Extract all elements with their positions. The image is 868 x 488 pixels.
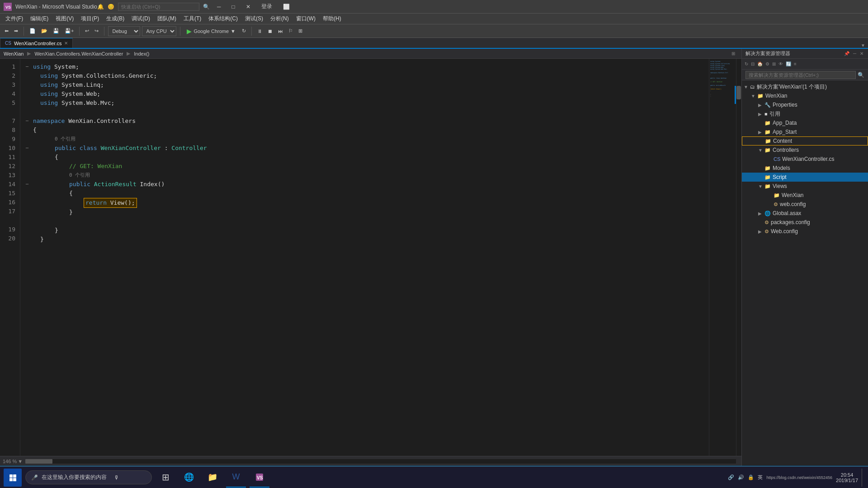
menu-view[interactable]: 视图(V) bbox=[52, 14, 77, 23]
tree-item-wenxian-view[interactable]: 📁 WenXian bbox=[742, 191, 868, 200]
toolbar-undo-btn[interactable]: ↩ bbox=[83, 27, 91, 35]
web-config-arrow[interactable]: ▶ bbox=[758, 229, 764, 234]
login-button[interactable]: 登录 bbox=[258, 3, 276, 10]
app-start-arrow[interactable]: ▶ bbox=[758, 130, 764, 135]
search-icon[interactable]: 🔍 bbox=[203, 4, 210, 10]
toolbar-extra-3[interactable]: ⏭ bbox=[276, 28, 285, 35]
taskbar-icon-explorer[interactable]: 📁 bbox=[203, 468, 222, 488]
minimize-button[interactable]: ─ bbox=[213, 4, 225, 10]
tab-wenxiancontroller[interactable]: CS WenXianController.cs ✕ bbox=[0, 38, 73, 48]
platform-dropdown[interactable]: Any CPU bbox=[142, 26, 176, 36]
menu-edit[interactable]: 编辑(E) bbox=[27, 14, 52, 23]
editor-expand-icon[interactable]: ⊞ bbox=[729, 51, 738, 56]
references-arrow[interactable]: ▶ bbox=[758, 112, 764, 117]
scroll-thumb-h[interactable] bbox=[25, 459, 52, 464]
run-button[interactable]: ▶ Google Chrome ▼ bbox=[184, 27, 238, 36]
taskbar-task-view[interactable]: ⊞ bbox=[156, 468, 175, 488]
toolbar-extra-1[interactable]: ⏸ bbox=[255, 28, 264, 35]
tree-item-content[interactable]: 📁 Content bbox=[742, 136, 868, 145]
editor-scrollbar[interactable] bbox=[736, 59, 741, 456]
se-minimize-btn[interactable]: ─ bbox=[852, 51, 857, 56]
se-search-input[interactable] bbox=[745, 71, 856, 79]
breadcrumb-class[interactable]: WenXian.Controllers.WenXianController bbox=[34, 51, 123, 56]
tree-item-web-config[interactable]: ▶ ⚙ Web.config bbox=[742, 227, 868, 236]
taskbar-icon-vs[interactable]: VS bbox=[250, 468, 269, 488]
scroll-track[interactable] bbox=[25, 459, 736, 464]
se-tree[interactable]: ▼ 🗂 解决方案'WenXian'(1 个项目) ▼ 📁 WenXian ▶ 🔧… bbox=[742, 80, 868, 466]
se-sync-btn[interactable]: ↻ bbox=[744, 61, 749, 67]
se-collapse-btn[interactable]: ⊟ bbox=[750, 61, 755, 67]
se-settings-btn[interactable]: ⚙ bbox=[764, 61, 770, 67]
tree-item-views[interactable]: ▼ 📁 Views bbox=[742, 182, 868, 191]
toolbar-save-btn[interactable]: 💾 bbox=[51, 27, 61, 35]
start-button[interactable] bbox=[4, 469, 22, 487]
taskbar-mic-icon[interactable]: 🎙 bbox=[114, 474, 119, 481]
toolbar-open-btn[interactable]: 📂 bbox=[39, 27, 49, 35]
toolbar-save-all-btn[interactable]: 💾+ bbox=[63, 27, 75, 35]
code-area[interactable]: ─ using System; using System.Collections… bbox=[20, 59, 709, 456]
se-filter-btn[interactable]: ⊞ bbox=[771, 61, 777, 67]
toolbar-new-btn[interactable]: 📄 bbox=[28, 27, 38, 35]
se-refresh-btn[interactable]: 🔄 bbox=[785, 61, 792, 67]
menu-tools[interactable]: 工具(T) bbox=[180, 14, 205, 23]
views-arrow[interactable]: ▼ bbox=[758, 184, 764, 189]
scrollbar-thumb[interactable] bbox=[736, 86, 741, 99]
menu-team[interactable]: 团队(M) bbox=[154, 14, 180, 23]
wenxian-arrow[interactable]: ▼ bbox=[751, 94, 756, 99]
menu-project[interactable]: 项目(P) bbox=[77, 14, 103, 23]
toolbar-extra-5[interactable]: ⊞ bbox=[297, 27, 304, 35]
close-button[interactable]: ✕ bbox=[242, 4, 254, 10]
fold-7[interactable]: ─ bbox=[26, 117, 31, 126]
properties-arrow[interactable]: ▶ bbox=[758, 103, 764, 108]
toolbar-extra-2[interactable]: ⏹ bbox=[266, 28, 274, 35]
se-preview-btn[interactable]: 👁 bbox=[778, 61, 784, 67]
expand-button[interactable]: ⬜ bbox=[279, 4, 293, 10]
fold-14[interactable]: ─ bbox=[26, 180, 31, 189]
menu-help[interactable]: 帮助(H) bbox=[319, 14, 345, 23]
menu-file[interactable]: 文件(F) bbox=[2, 14, 27, 23]
fold-1[interactable]: ─ bbox=[26, 62, 31, 71]
tab-close-button[interactable]: ✕ bbox=[64, 41, 68, 46]
tree-item-references[interactable]: ▶ ■ 引用 bbox=[742, 109, 868, 118]
toolbar-redo-btn[interactable]: ↪ bbox=[93, 27, 100, 35]
tree-item-app-start[interactable]: ▶ 📁 App_Start bbox=[742, 127, 868, 136]
global-arrow[interactable]: ▶ bbox=[758, 211, 764, 216]
zoom-dropdown[interactable]: ▼ bbox=[18, 459, 23, 464]
quick-launch-input[interactable] bbox=[118, 3, 199, 11]
tab-arrow[interactable]: ▼ bbox=[858, 43, 868, 48]
tree-item-app-data[interactable]: 📁 App_Data bbox=[742, 118, 868, 127]
toolbar-back-btn[interactable]: ⬅ bbox=[3, 27, 10, 35]
tree-item-properties[interactable]: ▶ 🔧 Properties bbox=[742, 100, 868, 109]
taskbar-icon-word[interactable]: W bbox=[226, 468, 246, 488]
tree-item-script[interactable]: 📁 Script bbox=[742, 173, 868, 182]
menu-debug[interactable]: 调试(D) bbox=[128, 14, 154, 23]
toolbar-extra-4[interactable]: ⚐ bbox=[287, 27, 295, 35]
menu-window[interactable]: 窗口(W) bbox=[292, 14, 319, 23]
taskbar-clock[interactable]: 20:54 2019/1/17 bbox=[836, 472, 858, 483]
se-pin-btn[interactable]: 📌 bbox=[843, 51, 850, 56]
taskbar-show-desktop[interactable] bbox=[862, 469, 864, 487]
tree-item-web-config-views[interactable]: ⚙ web.config bbox=[742, 200, 868, 209]
tree-item-global-asax[interactable]: ▶ 🌐 Global.asax bbox=[742, 209, 868, 218]
tree-item-wenxian[interactable]: ▼ 📁 WenXian bbox=[742, 91, 868, 100]
minimap-scrollbar[interactable] bbox=[735, 86, 736, 104]
se-search-icon[interactable]: 🔍 bbox=[858, 72, 864, 78]
maximize-button[interactable]: □ bbox=[228, 4, 239, 10]
tree-item-packages-config[interactable]: ⚙ packages.config bbox=[742, 218, 868, 227]
taskbar-search-bar[interactable]: 🎤 在这里输入你要搜索的内容 🎙 bbox=[25, 470, 152, 484]
se-close-btn[interactable]: ✕ bbox=[859, 51, 864, 56]
menu-test[interactable]: 测试(S) bbox=[241, 14, 267, 23]
solution-arrow[interactable]: ▼ bbox=[744, 84, 749, 89]
menu-analyze[interactable]: 分析(N) bbox=[267, 14, 292, 23]
tree-item-controllers[interactable]: ▼ 📁 Controllers bbox=[742, 145, 868, 155]
menu-build[interactable]: 生成(B) bbox=[103, 14, 128, 23]
toolbar-forward-btn[interactable]: ➡ bbox=[12, 27, 20, 35]
tree-item-wenxiancontroller[interactable]: CS WenXianController.cs bbox=[742, 155, 868, 164]
se-home-btn[interactable]: 🏠 bbox=[756, 61, 764, 67]
breadcrumb-method[interactable]: Index() bbox=[134, 51, 149, 56]
fold-10[interactable]: ─ bbox=[26, 144, 31, 153]
menu-architecture[interactable]: 体系结构(C) bbox=[205, 14, 241, 23]
debug-config-dropdown[interactable]: Debug Release bbox=[108, 26, 140, 36]
taskbar-icon-browser[interactable]: 🌐 bbox=[179, 468, 199, 488]
controllers-arrow[interactable]: ▼ bbox=[758, 148, 764, 153]
